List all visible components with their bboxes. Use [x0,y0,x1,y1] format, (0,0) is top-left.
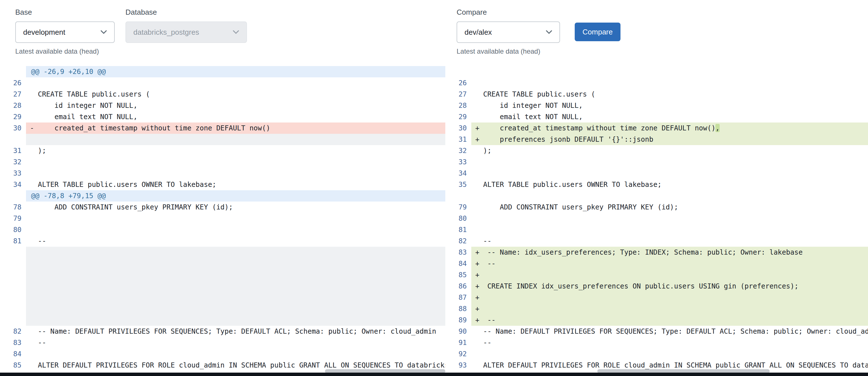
code-line [471,157,868,168]
diff-row: 89+ -- [0,314,868,326]
line-number: 33 [452,157,471,168]
diff-row: 30- created_at timestamp without time zo… [0,123,868,134]
pane-divider [445,224,452,235]
diff-row: 34ALTER TABLE public.users OWNER TO lake… [0,179,868,190]
pane-divider [445,348,452,360]
code-line [26,292,445,303]
pane-divider [445,326,452,337]
line-number: 90 [452,326,471,337]
code-line: -- [471,235,868,247]
code-line: ALTER TABLE public.users OWNER TO lakeba… [26,179,445,190]
line-number [452,66,471,77]
database-label: Database [125,8,157,16]
pane-divider [445,213,452,224]
diff-row: 28 id integer NOT NULL,28 id integer NOT… [0,100,868,111]
line-number: 30 [0,123,26,134]
code-line: + -- Name: idx_users_preferences; Type: … [471,247,868,258]
code-line: email text NOT NULL, [471,111,868,123]
code-line: + [471,292,868,303]
diff-row: 85+ [0,269,868,281]
code-line [26,134,445,145]
pane-divider [445,77,452,89]
code-line [471,348,868,360]
code-line: -- Name: DEFAULT PRIVILEGES FOR SEQUENCE… [471,326,868,337]
compare-select[interactable]: dev/alex [457,22,560,43]
line-number: 83 [0,337,26,348]
code-line: + preferences jsonb DEFAULT '{}'::jsonb [471,134,868,145]
code-line: email text NOT NULL, [26,111,445,123]
line-number: 32 [0,157,26,168]
code-line [26,224,445,235]
line-number: 84 [452,258,471,269]
pane-divider [445,202,452,213]
code-line [26,247,445,258]
line-number: 35 [452,179,471,190]
diff-row: 81--82-- [0,235,868,247]
line-number: 85 [0,360,26,371]
line-number: 33 [0,168,26,179]
code-line [26,258,445,269]
line-number: 88 [452,303,471,314]
pane-divider [445,179,452,190]
line-number: 31 [0,145,26,157]
line-number: 34 [0,179,26,190]
diff-row: 31);32); [0,145,868,157]
pane-divider [445,111,452,123]
line-number [0,190,26,202]
code-line [26,77,445,89]
code-line: ); [26,145,445,157]
code-line [471,77,868,89]
diff-row: 7980 [0,213,868,224]
pane-divider [445,292,452,303]
hunk-header: @@ -26,9 +26,10 @@ [26,66,445,77]
database-select-value: databricks_postgres [133,28,199,37]
code-line: + CREATE INDEX idx_users_preferences ON … [471,281,868,292]
pane-divider [445,235,452,247]
code-line: -- [471,337,868,348]
pane-divider [445,100,452,111]
line-number: 83 [452,247,471,258]
pane-divider [445,157,452,168]
code-line [26,314,445,326]
compare-button[interactable]: Compare [575,23,620,41]
hunk-header: @@ -78,8 +79,15 @@ [26,190,445,202]
line-number: 79 [0,213,26,224]
line-number [0,258,26,269]
pane-divider [445,247,452,258]
code-line [26,281,445,292]
code-line [26,168,445,179]
line-number: 27 [0,89,26,100]
diff-row: 83--91-- [0,337,868,348]
base-select[interactable]: development [15,22,115,43]
line-number [0,281,26,292]
line-number: 82 [0,326,26,337]
line-number: 93 [452,360,471,371]
code-line: ADD CONSTRAINT users_pkey PRIMARY KEY (i… [471,202,868,213]
line-number: 85 [452,269,471,281]
code-line [471,168,868,179]
line-number: 87 [452,292,471,303]
line-number: 28 [0,100,26,111]
code-line: -- Name: DEFAULT PRIVILEGES FOR SEQUENCE… [26,326,445,337]
line-number [0,269,26,281]
pane-divider [445,314,452,326]
line-number: 29 [0,111,26,123]
line-number [0,134,26,145]
line-number: 78 [0,202,26,213]
line-number: 81 [0,235,26,247]
code-line [26,157,445,168]
code-line: + [471,303,868,314]
database-select: databricks_postgres [125,22,247,43]
diff-row: 8081 [0,224,868,235]
diff-row: 82-- Name: DEFAULT PRIVILEGES FOR SEQUEN… [0,326,868,337]
pane-divider [445,337,452,348]
line-number: 80 [0,224,26,235]
code-line: ALTER TABLE public.users OWNER TO lakeba… [471,179,868,190]
code-line [26,303,445,314]
code-line [471,213,868,224]
line-number: 32 [452,145,471,157]
compare-hint: Latest available data (head) [457,47,540,55]
diff-row: 3334 [0,168,868,179]
line-number: 26 [452,77,471,89]
base-select-value: development [23,28,65,37]
